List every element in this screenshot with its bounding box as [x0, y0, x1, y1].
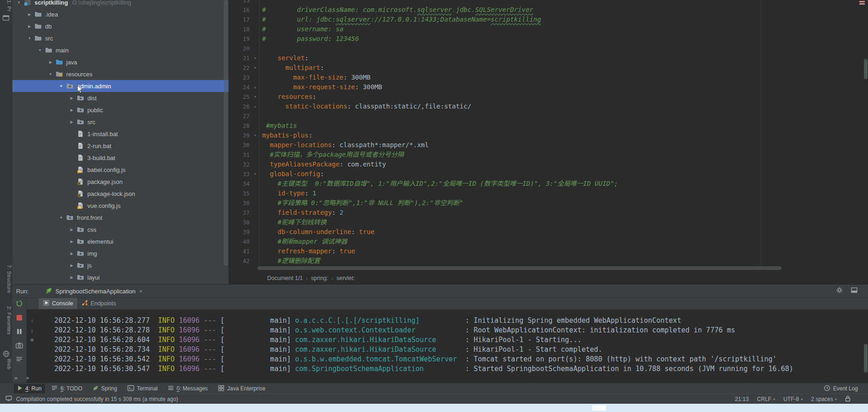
- tree-item-elementui[interactable]: ▶elementui: [12, 235, 228, 247]
- tree-item-2-run-bat[interactable]: 2-run.bat: [12, 140, 228, 152]
- run-configuration-tab[interactable]: SpringbootSchemaApplication ×: [40, 285, 147, 298]
- web-globe-icon[interactable]: [3, 350, 10, 359]
- tree-item-3-build-bat[interactable]: 3-build.bat: [12, 152, 228, 164]
- scroll-to-top-icon[interactable]: ↑: [31, 318, 34, 324]
- collapse-arrow-icon[interactable]: ▼: [57, 84, 65, 88]
- toolwindow-button-spring[interactable]: Spring: [89, 383, 121, 394]
- hide-panel-icon[interactable]: [851, 286, 858, 296]
- tree-item-label: db: [43, 23, 51, 30]
- expand-arrow-icon[interactable]: ▶: [68, 228, 76, 232]
- pause-output-icon[interactable]: [16, 328, 23, 337]
- taskbar-button[interactable]: [592, 405, 606, 411]
- project-tool-icon[interactable]: [2, 15, 10, 23]
- tree-item-admin-admin[interactable]: ▼admin.admin: [12, 80, 228, 92]
- fold-marker-icon[interactable]: ▿: [251, 131, 259, 140]
- fold-marker-icon[interactable]: ▿: [251, 53, 259, 63]
- rerun-icon[interactable]: [16, 300, 23, 309]
- expand-arrow-icon[interactable]: ▶: [68, 240, 76, 244]
- expand-arrow-icon[interactable]: ▶: [68, 252, 76, 256]
- tree-item-front-front[interactable]: ▼front.front: [12, 212, 228, 223]
- editor-line: 20: [228, 44, 868, 53]
- tree-item-idea[interactable]: ▶.idea: [12, 8, 228, 20]
- collapse-arrow-icon[interactable]: ▼: [57, 216, 65, 220]
- scroll-to-bottom-icon[interactable]: ↓: [31, 327, 34, 334]
- toolwindow-monitor-icon[interactable]: [6, 395, 12, 403]
- soft-wrap-icon[interactable]: ≡: [30, 337, 34, 343]
- stripe-structure-button[interactable]: 7: Structure: [0, 265, 12, 293]
- stop-icon[interactable]: [16, 315, 23, 323]
- expand-arrow-icon[interactable]: ▶: [68, 120, 76, 124]
- tree-item-babel-config-js[interactable]: JSbabel.config.js: [12, 164, 228, 176]
- tree-item-main[interactable]: ▼main: [12, 44, 228, 56]
- indent-widget[interactable]: 2 spaces▾: [811, 396, 837, 402]
- project-tree-scrollbar[interactable]: [224, 0, 228, 266]
- tree-item-css[interactable]: ▶css: [12, 223, 228, 235]
- screenshot-camera-icon[interactable]: [16, 342, 23, 350]
- collapse-arrow-icon[interactable]: ▼: [25, 36, 34, 40]
- tree-item-java[interactable]: ▶java: [12, 56, 228, 68]
- breadcrumb-item-servlet[interactable]: servlet:: [337, 275, 355, 281]
- tree-item-layui[interactable]: ▶layui: [12, 271, 228, 283]
- fold-marker-icon[interactable]: ▿: [251, 63, 259, 73]
- tree-item-src[interactable]: ▶src: [12, 116, 228, 128]
- event-log-button[interactable]: Event Log: [824, 385, 858, 393]
- line-ending-widget[interactable]: CRLF▾: [757, 396, 775, 402]
- expand-arrow-icon[interactable]: ▶: [68, 275, 76, 280]
- collapse-arrow-icon[interactable]: ▼: [46, 72, 55, 76]
- toolwindow-button-0-messages[interactable]: 0: Messages: [164, 384, 211, 394]
- breadcrumb-item-spring[interactable]: spring:: [311, 275, 329, 281]
- fold-marker-icon[interactable]: ▵: [251, 82, 259, 92]
- collapse-arrow-icon[interactable]: ▼: [36, 48, 44, 52]
- expand-arrow-icon[interactable]: ▶: [68, 96, 76, 100]
- lock-icon[interactable]: [845, 395, 851, 403]
- tree-item-public[interactable]: ▶public: [12, 104, 228, 116]
- collapse-arrow-icon[interactable]: ▼: [15, 0, 23, 5]
- editor-hscrollbar[interactable]: [228, 266, 868, 271]
- tree-item-resources[interactable]: ▼resources: [12, 68, 228, 80]
- close-icon[interactable]: ×: [138, 288, 143, 295]
- tree-item-dist[interactable]: ▶dist: [12, 92, 228, 104]
- tree-item-scriptkilling[interactable]: ▼scriptkillingG:\shejiing\scriptkilling: [12, 0, 228, 8]
- expand-arrow-icon[interactable]: ▶: [25, 12, 34, 17]
- tree-item-1-install-bat[interactable]: 1-install.bat: [12, 128, 228, 140]
- console-vscrollbar[interactable]: [864, 344, 868, 372]
- stripe-project-button[interactable]: 1: Pr: [0, 0, 12, 11]
- settings-gear-icon[interactable]: [836, 286, 843, 296]
- tree-item-label: public: [85, 107, 103, 114]
- stripe-favorites-button[interactable]: 2: Favorites: [0, 306, 12, 335]
- editor-vscrollbar[interactable]: [864, 59, 868, 79]
- fold-spacer: [251, 198, 259, 208]
- expand-arrow-icon[interactable]: ▶: [25, 24, 34, 29]
- tree-item-img[interactable]: ▶img: [12, 247, 228, 259]
- hidden-toolbar-chevron-icon[interactable]: »: [26, 374, 29, 381]
- tree-item-label: 1-install.bat: [85, 131, 118, 137]
- toolwindow-button-6-todo[interactable]: 6: TODO: [48, 384, 86, 394]
- tree-item-src[interactable]: ▼src: [12, 32, 228, 44]
- tree-item-vue-config-js[interactable]: JSvue.config.js: [12, 200, 228, 212]
- tab-console[interactable]: Console: [39, 298, 77, 309]
- encoding-widget[interactable]: UTF-8▾: [783, 396, 803, 402]
- console-options-icon[interactable]: [16, 356, 23, 364]
- tree-item-package-lock-json[interactable]: package-lock.json: [12, 188, 228, 200]
- stripe-web-button[interactable]: Web: [0, 359, 12, 370]
- breadcrumb-item-document-1-1[interactable]: Document 1/1: [267, 275, 303, 281]
- fold-marker-icon[interactable]: ▵: [251, 102, 259, 111]
- tab-endpoints[interactable]: Endpoints: [77, 298, 120, 309]
- fold-spacer: [251, 227, 259, 237]
- tree-item-db[interactable]: ▶db: [12, 20, 228, 32]
- fold-marker-icon[interactable]: ▿: [251, 169, 259, 179]
- toolwindow-button-terminal[interactable]: Terminal: [124, 383, 161, 394]
- expand-arrow-icon[interactable]: ▶: [46, 60, 55, 64]
- tree-item-js[interactable]: ▶js: [12, 259, 228, 271]
- hidden-toolbar-chevron-icon[interactable]: »: [14, 374, 17, 381]
- expand-arrow-icon[interactable]: ▶: [68, 108, 76, 112]
- console[interactable]: ↑ ↓ ≡ 2022-12-10 16:56:28.277 INFO 16096…: [27, 309, 868, 383]
- toolwindow-button-java-enterprise[interactable]: Java Enterprise: [214, 383, 269, 394]
- fold-marker-icon[interactable]: ▿: [251, 92, 259, 102]
- breadcrumb[interactable]: Document 1/1›spring:›servlet:: [228, 272, 868, 284]
- expand-arrow-icon[interactable]: ▶: [68, 263, 76, 268]
- code-text: # username: sa: [259, 24, 343, 34]
- editor-pane[interactable]: 15 16# driverClassName: com.microsoft.sq…: [228, 0, 868, 284]
- toolwindow-button-4-run[interactable]: 4: Run: [14, 384, 45, 394]
- tree-item-package-json[interactable]: package.json: [12, 176, 228, 188]
